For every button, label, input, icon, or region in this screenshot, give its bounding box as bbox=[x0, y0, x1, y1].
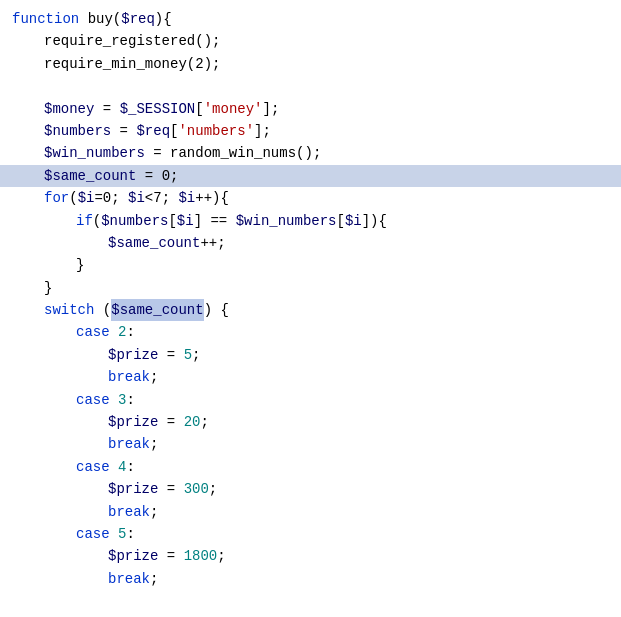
keyword-break1: break bbox=[108, 366, 150, 388]
code-text: ]; bbox=[254, 120, 271, 142]
code-text: ++){ bbox=[195, 187, 229, 209]
code-text: ; bbox=[150, 501, 158, 523]
code-line-1: function buy ( $req ){ bbox=[0, 8, 621, 30]
code-text: ; bbox=[209, 478, 217, 500]
code-text: = bbox=[111, 120, 136, 142]
code-editor: function buy ( $req ){ require_registere… bbox=[0, 0, 621, 617]
code-line-4 bbox=[0, 75, 621, 97]
code-text: : bbox=[126, 389, 134, 411]
var-same-count2: $same_count bbox=[108, 232, 200, 254]
code-text: = bbox=[158, 478, 183, 500]
code-text: ( bbox=[94, 299, 111, 321]
string-money: 'money' bbox=[204, 98, 263, 120]
code-text bbox=[110, 321, 118, 343]
code-text: (); bbox=[296, 142, 321, 164]
keyword-function: function bbox=[12, 8, 79, 30]
number-case3: 3 bbox=[118, 389, 126, 411]
keyword-case1: case bbox=[76, 321, 110, 343]
code-text: [ bbox=[168, 210, 176, 232]
var-req: $req bbox=[136, 120, 170, 142]
code-line-14: switch ( $same_count ) { bbox=[0, 299, 621, 321]
code-text: = bbox=[136, 165, 161, 187]
var-prize1: $prize bbox=[108, 344, 158, 366]
var-i2: $i bbox=[128, 187, 145, 209]
keyword-switch: switch bbox=[44, 299, 94, 321]
var-session: $_SESSION bbox=[120, 98, 196, 120]
code-line-17: break ; bbox=[0, 366, 621, 388]
number-0: 0 bbox=[162, 165, 170, 187]
code-text: } bbox=[44, 277, 52, 299]
number-300: 300 bbox=[184, 478, 209, 500]
func-random: random_win_nums bbox=[170, 142, 296, 164]
code-text: : bbox=[126, 456, 134, 478]
code-line-26: break ; bbox=[0, 568, 621, 590]
code-text: ); bbox=[204, 53, 221, 75]
param: $req bbox=[121, 8, 155, 30]
code-line-2: require_registered (); bbox=[0, 30, 621, 52]
code-line-16: $prize = 5 ; bbox=[0, 344, 621, 366]
number-1800: 1800 bbox=[184, 545, 218, 567]
code-line-22: $prize = 300 ; bbox=[0, 478, 621, 500]
code-line-11: $same_count ++; bbox=[0, 232, 621, 254]
code-text: ; bbox=[150, 568, 158, 590]
code-text: ; bbox=[150, 366, 158, 388]
code-text: ) { bbox=[204, 299, 229, 321]
code-text: require_registered bbox=[44, 30, 195, 52]
code-text: ( bbox=[113, 8, 121, 30]
code-text: ( bbox=[69, 187, 77, 209]
code-text: [ bbox=[170, 120, 178, 142]
keyword-break3: break bbox=[108, 501, 150, 523]
var-numbers2: $numbers bbox=[101, 210, 168, 232]
number-case2: 2 bbox=[118, 321, 126, 343]
code-line-10: if ( $numbers [ $i ] == $win_numbers [ $… bbox=[0, 210, 621, 232]
number-case5: 5 bbox=[118, 523, 126, 545]
var-same-count-highlighted: $same_count bbox=[111, 299, 203, 321]
code-text: = bbox=[145, 142, 170, 164]
code-text: } bbox=[76, 254, 84, 276]
code-text: <7; bbox=[145, 187, 179, 209]
code-text: = bbox=[158, 411, 183, 433]
var-money: $money bbox=[44, 98, 94, 120]
code-text: : bbox=[126, 321, 134, 343]
code-line-7: $win_numbers = random_win_nums (); bbox=[0, 142, 621, 164]
code-line-20: break ; bbox=[0, 433, 621, 455]
code-text: = bbox=[158, 344, 183, 366]
keyword-for: for bbox=[44, 187, 69, 209]
code-text: [ bbox=[337, 210, 345, 232]
code-line-25: $prize = 1800 ; bbox=[0, 545, 621, 567]
var-i1: $i bbox=[78, 187, 95, 209]
number-2: 2 bbox=[195, 53, 203, 75]
code-line-24: case 5 : bbox=[0, 523, 621, 545]
code-text bbox=[79, 8, 87, 30]
number-5: 5 bbox=[184, 344, 192, 366]
keyword-if: if bbox=[76, 210, 93, 232]
code-line-8: $same_count = 0 ; bbox=[0, 165, 621, 187]
code-line-21: case 4 : bbox=[0, 456, 621, 478]
keyword-break2: break bbox=[108, 433, 150, 455]
code-text: [ bbox=[195, 98, 203, 120]
code-text bbox=[110, 523, 118, 545]
code-text: ; bbox=[192, 344, 200, 366]
code-line-19: $prize = 20 ; bbox=[0, 411, 621, 433]
code-text: = bbox=[158, 545, 183, 567]
code-text: ; bbox=[150, 433, 158, 455]
code-text bbox=[110, 456, 118, 478]
code-text: ]){ bbox=[362, 210, 387, 232]
code-line-12: } bbox=[0, 254, 621, 276]
code-text: = bbox=[94, 98, 119, 120]
keyword-case3: case bbox=[76, 456, 110, 478]
keyword-case4: case bbox=[76, 523, 110, 545]
code-text: ++; bbox=[200, 232, 225, 254]
code-line-5: $money = $_SESSION [ 'money' ]; bbox=[0, 98, 621, 120]
code-text: ; bbox=[200, 411, 208, 433]
var-same-count: $same_count bbox=[44, 165, 136, 187]
code-text: ; bbox=[170, 165, 178, 187]
code-text: ( bbox=[93, 210, 101, 232]
var-i5: $i bbox=[345, 210, 362, 232]
code-line-6: $numbers = $req [ 'numbers' ]; bbox=[0, 120, 621, 142]
code-line-15: case 2 : bbox=[0, 321, 621, 343]
code-text: ){ bbox=[155, 8, 172, 30]
var-win-numbers: $win_numbers bbox=[44, 142, 145, 164]
var-prize2: $prize bbox=[108, 411, 158, 433]
var-prize3: $prize bbox=[108, 478, 158, 500]
